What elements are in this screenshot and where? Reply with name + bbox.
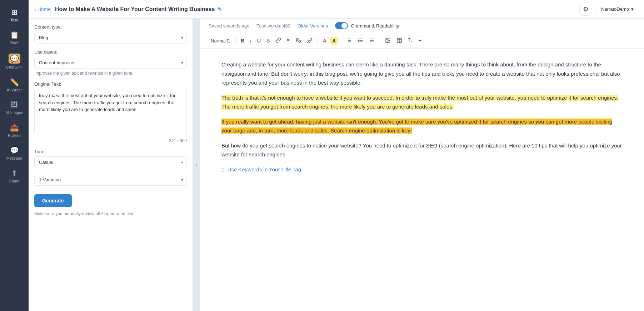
sidebar-item-brief[interactable]: 📋 Brief: [0, 26, 29, 49]
sidebar-item-ai-writer[interactable]: ✏️ AI Writer: [0, 74, 29, 96]
chevron-left-icon: ‹: [34, 6, 36, 12]
editor-panel: Saved seconds ago Total words: 480 Older…: [200, 19, 644, 311]
chevron-down-icon: ▾: [631, 6, 634, 12]
tone-section: Tone: Casual Formal Friendly Professiona…: [34, 149, 187, 168]
ai-disclaimer: Make sure you manually review all AI gen…: [34, 211, 187, 216]
highlight-color-button[interactable]: A: [330, 37, 338, 45]
home-link[interactable]: ‹ Home: [34, 6, 51, 12]
underline-button[interactable]: U: [255, 37, 263, 45]
toolbar-divider-3: [341, 37, 341, 44]
svg-point-9: [358, 39, 359, 39]
older-versions-link[interactable]: Older Versions: [298, 23, 328, 29]
editor-meta-bar: Saved seconds ago Total words: 480 Older…: [200, 19, 644, 33]
sidebar-item-task[interactable]: ⊞ Task: [0, 4, 29, 26]
brief-icon: 📋: [10, 31, 19, 39]
original-text-label: Original Text:: [34, 81, 187, 87]
table-button[interactable]: [394, 36, 404, 45]
publish-icon: 📤: [10, 123, 19, 132]
ordered-list-button[interactable]: [344, 36, 354, 45]
variation-select-wrapper: 1 Variation 2 Variations 3 Variations: [34, 174, 187, 186]
collapse-panel-handle[interactable]: ‹: [193, 19, 200, 311]
sidebar-item-chatgpt[interactable]: 💬 ChatGPT: [0, 49, 29, 74]
tone-label: Tone:: [34, 149, 187, 154]
sidebar-label-ai-writer: AI Writer: [7, 88, 22, 92]
grammar-toggle-wrap: Grammar & Readability: [335, 22, 399, 29]
sidebar-item-message[interactable]: 💬 Message: [0, 142, 29, 165]
toolbar-divider-1: [235, 37, 236, 44]
content-highlight-2: If you really want to get ahead, having …: [221, 117, 623, 135]
style-select[interactable]: Normal ⇅: [209, 37, 233, 45]
topbar: ‹ Home How to Make A Website For Your Co…: [29, 0, 644, 19]
sidebar-item-publish[interactable]: 📤 Publish: [0, 119, 29, 142]
sidebar-label-chatgpt: ChatGPT: [6, 65, 23, 69]
sidebar: ⊞ Task 📋 Brief 💬 ChatGPT ✏️ AI Writer 🖼 …: [0, 0, 29, 311]
svg-point-10: [358, 40, 359, 40]
sidebar-label-publish: Publish: [8, 133, 21, 137]
editor-content[interactable]: Creating a website for your content writ…: [200, 49, 644, 311]
style-label: Normal: [211, 38, 226, 44]
use-cases-label: Use cases:: [34, 49, 187, 55]
left-panel: Content type: Blog Article Social Post U…: [29, 19, 193, 311]
align-button[interactable]: [367, 36, 377, 45]
image-button[interactable]: [383, 36, 393, 45]
grammar-label: Grammar & Readability: [351, 23, 399, 29]
share-icon: ⬆: [11, 169, 18, 177]
use-cases-section: Use cases: Content Improver Summarizer E…: [34, 49, 187, 76]
content-type-label: Content type:: [34, 24, 187, 30]
style-chevron-icon: ⇅: [226, 38, 230, 44]
chatgpt-icon: 💬: [9, 54, 20, 64]
variation-section: 1 Variation 2 Variations 3 Variations: [34, 174, 187, 186]
text-color-button[interactable]: A: [321, 37, 329, 45]
home-label: Home: [38, 6, 51, 12]
clear-format-button[interactable]: Tx: [406, 36, 414, 45]
numbered-item-1-link[interactable]: 1. Use Keywords in Your Title Tag: [221, 166, 301, 172]
grammar-toggle[interactable]: [335, 22, 348, 29]
tone-select[interactable]: Casual Formal Friendly Professional: [34, 156, 187, 168]
task-icon: ⊞: [11, 8, 18, 16]
sidebar-item-ai-images[interactable]: 🖼 AI Images: [0, 96, 29, 119]
add-button[interactable]: +: [416, 36, 424, 45]
sidebar-label-task: Task: [10, 18, 19, 22]
italic-button[interactable]: I: [248, 37, 254, 45]
original-text-input[interactable]: truly make the most out of your website,…: [34, 89, 187, 135]
superscript-button[interactable]: X2: [305, 36, 315, 45]
editor-toolbar: Normal ⇅ B I U S ❝ X2 X2 A A: [200, 33, 644, 49]
sidebar-item-share[interactable]: ⬆ Share: [0, 165, 29, 187]
page-title: How to Make A Website For Your Content W…: [55, 6, 222, 12]
char-count: 271 / 900: [34, 138, 187, 143]
svg-point-16: [387, 39, 388, 40]
account-menu[interactable]: NarratoDemo ▾: [596, 4, 638, 14]
original-text-section: Original Text: truly make the most out o…: [34, 81, 187, 143]
use-cases-select-wrapper: Content Improver Summarizer Expander: [34, 57, 187, 69]
edit-title-icon[interactable]: ✎: [218, 6, 222, 12]
main-area: ‹ Home How to Make A Website For Your Co…: [29, 0, 644, 311]
content-paragraph-2: But how do you get search engines to not…: [221, 141, 623, 159]
quote-button[interactable]: ❝: [285, 37, 292, 45]
account-label: NarratoDemo: [601, 6, 629, 12]
sidebar-label-share: Share: [9, 179, 19, 183]
sidebar-label-brief: Brief: [10, 41, 19, 45]
use-cases-select[interactable]: Content Improver Summarizer Expander: [34, 57, 187, 69]
content-type-select[interactable]: Blog Article Social Post: [34, 32, 187, 44]
sidebar-label-ai-images: AI Images: [5, 110, 23, 115]
content-paragraph-1: Creating a website for your content writ…: [221, 60, 623, 87]
svg-point-11: [358, 41, 359, 42]
gear-icon: ⚙: [583, 5, 589, 13]
message-icon: 💬: [10, 146, 19, 155]
toolbar-divider-2: [318, 37, 318, 44]
strikethrough-button[interactable]: S: [264, 37, 272, 45]
variation-select[interactable]: 1 Variation 2 Variations 3 Variations: [34, 174, 187, 186]
link-button[interactable]: [273, 36, 283, 45]
content-type-section: Content type: Blog Article Social Post: [34, 24, 187, 44]
generate-button[interactable]: Generate: [34, 194, 72, 207]
word-count: Total words: 480: [256, 23, 290, 29]
toolbar-divider-4: [380, 37, 380, 44]
bullet-list-button[interactable]: [355, 36, 365, 45]
saved-status: Saved seconds ago: [209, 23, 249, 29]
sidebar-label-message: Message: [6, 156, 23, 160]
subscript-button[interactable]: X2: [293, 36, 303, 45]
ai-writer-icon: ✏️: [10, 78, 19, 86]
content-type-select-wrapper: Blog Article Social Post: [34, 32, 187, 44]
settings-button[interactable]: ⚙: [579, 3, 592, 16]
bold-button[interactable]: B: [239, 37, 246, 45]
